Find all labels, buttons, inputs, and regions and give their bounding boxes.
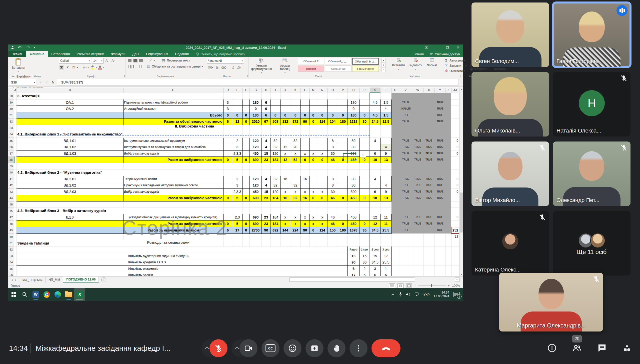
cell-K47[interactable]: x [290,214,301,220]
cell-J40[interactable] [280,170,290,176]
cell-O28[interactable] [328,93,338,99]
underline-button[interactable]: П [71,65,76,70]
style-chip[interactable]: Пояснение [325,66,352,72]
cell-X44[interactable]: TRUE [423,195,434,202]
increase-decimal-button[interactable]: ←,0 [228,65,235,70]
column-header[interactable]: U [392,88,399,93]
cell-O53[interactable] [328,253,338,259]
cell-F42[interactable] [242,182,250,189]
cell-T55[interactable]: 1 [380,266,391,272]
cell-P31[interactable]: 0 [338,112,348,118]
cell-O37[interactable]: 30 [328,150,338,157]
cell-M29[interactable] [310,99,317,106]
cell-F44[interactable]: 0 [242,195,250,202]
cell-R47[interactable] [359,214,370,220]
cell-C45[interactable] [123,201,223,208]
cell-AA42[interactable]: 0 [451,182,459,189]
cell-E45[interactable] [232,201,242,208]
cell-N29[interactable] [317,99,328,106]
cell-P56[interactable] [338,272,348,276]
present-button[interactable] [306,339,324,357]
cell-V42[interactable]: TRUE [399,182,412,189]
fill-color-button[interactable] [90,65,95,70]
cell-F31[interactable]: 0 [242,112,250,118]
cell-H54[interactable] [262,259,270,266]
column-header[interactable]: T [380,88,391,93]
cell-M49[interactable]: 0 [310,227,317,234]
cell-D51[interactable] [223,240,232,246]
cell-AA53[interactable] [451,253,459,259]
cell-X55[interactable] [423,266,434,272]
cell-T31[interactable]: 1,5 [380,112,391,118]
row-header[interactable]: 37 [8,150,14,157]
cell-V29[interactable]: TRUE [399,99,412,106]
cell-X42[interactable]: TRUE [423,182,434,189]
reactions-button[interactable] [284,339,302,357]
cell-Y38[interactable]: TRUE [434,157,446,163]
cell-Y48[interactable]: TRUE [434,220,446,227]
cell-O33[interactable] [328,125,338,131]
cell-G32[interactable]: 2010 [250,118,262,125]
cell-L40[interactable] [300,170,309,176]
cell-X50[interactable] [423,234,434,240]
cell-W34[interactable] [412,131,424,138]
cell-V31[interactable]: TRUE [399,112,412,118]
cell-C37[interactable]: Вибір з каталогу курсів [123,150,223,157]
cell-I56[interactable] [270,272,280,276]
cell-AA47[interactable]: 0 [451,214,459,220]
cell-S33[interactable] [370,125,380,131]
cell-X37[interactable]: TRUE [423,150,434,157]
cell-U48[interactable] [392,220,399,227]
cell-K50[interactable] [290,234,301,240]
cell-P49[interactable]: 180 [338,227,348,234]
cell-D31[interactable]: 0 [223,112,232,118]
cell-P32[interactable]: 180 [338,118,348,125]
cell-M31[interactable]: 0 [310,112,317,118]
cell-A35[interactable] [14,138,16,144]
cell-T42[interactable]: 4 [380,182,391,189]
cell-G28[interactable] [250,93,262,99]
styles-expand[interactable]: ≡ [382,68,386,72]
cell-C34[interactable] [123,131,223,138]
cell-D30[interactable]: 3 [223,106,232,112]
increase-indent-button[interactable] [142,65,142,68]
cell-O39[interactable] [328,163,338,170]
column-header[interactable]: Y [434,88,446,93]
cell-P54[interactable] [338,259,348,266]
cell-F54[interactable] [242,259,250,266]
comma-style-button[interactable]: 000 [220,65,228,70]
cell-Y40[interactable] [434,170,446,176]
cell-U29[interactable] [392,99,399,106]
cell-Y55[interactable] [434,266,446,272]
cell-G42[interactable]: 120 [250,182,262,189]
cell-E32[interactable]: 12 [232,118,242,125]
cell-W39[interactable] [412,163,424,170]
column-header[interactable]: S [370,88,380,93]
cell-H46[interactable] [262,208,270,214]
cell-H32[interactable]: 67 [262,118,270,125]
cell-F40[interactable] [242,170,250,176]
cell-Z52[interactable] [446,246,451,253]
cell-B44[interactable] [16,195,123,202]
cell-K28[interactable] [290,93,301,99]
cell-L30[interactable] [300,106,309,112]
cell-AA43[interactable]: 0 [451,188,459,195]
cell-F52[interactable] [242,246,250,253]
cell-K49[interactable]: 224 [290,227,301,234]
decrease-indent-button[interactable] [139,65,140,68]
cell-Q45[interactable] [348,201,359,208]
cell-R39[interactable] [359,163,370,170]
cell-E51[interactable] [232,240,242,246]
cell-R56[interactable]: 5 [359,272,370,276]
column-header[interactable]: O [328,88,338,93]
column-header[interactable]: AA [451,88,459,93]
cell-L48[interactable]: x [300,220,309,227]
cell-G48[interactable]: 690 [250,220,262,227]
cell-B45[interactable] [16,201,123,208]
row-header[interactable]: 52 [8,246,14,253]
cell-Y36[interactable]: TRUE [434,144,446,150]
cell-J37[interactable]: x [280,150,290,157]
cell-U38[interactable] [392,157,399,163]
cell-G53[interactable] [250,253,262,259]
cell-J36[interactable]: 12 [280,144,290,150]
